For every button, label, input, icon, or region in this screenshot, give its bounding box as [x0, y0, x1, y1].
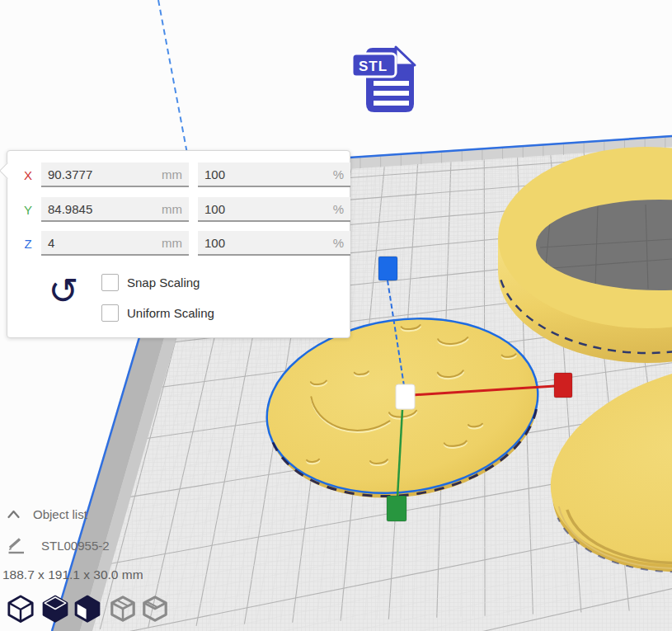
gizmo-x-handle[interactable]: [554, 373, 572, 398]
z-mm-value: 4: [48, 236, 54, 250]
y-percent-unit: %: [333, 202, 344, 216]
y-mm-unit: mm: [162, 202, 182, 216]
z-mm-unit: mm: [162, 236, 182, 250]
y-percent-input[interactable]: 100 %: [198, 197, 350, 222]
z-percent-input[interactable]: 100 %: [198, 231, 350, 256]
axis-y-label: Y: [21, 203, 35, 217]
scale-row-z: Z 4 mm 100 %: [7, 231, 350, 256]
y-mm-value: 84.9845: [48, 202, 92, 216]
reset-scale-button[interactable]: ↺: [45, 271, 82, 311]
uniform-scaling-checkbox[interactable]: [101, 304, 119, 322]
axis-z-label: Z: [21, 237, 35, 251]
object-item-name: STL00955-2: [41, 539, 110, 553]
cube-solid-icon[interactable]: [41, 594, 69, 624]
gizmo-center-handle[interactable]: [396, 384, 415, 409]
snap-scaling-checkbox[interactable]: [101, 274, 119, 291]
z-percent-unit: %: [333, 236, 344, 250]
stl-file-icon: STL: [348, 38, 427, 117]
pencil-icon: [7, 537, 26, 554]
cube-open-front-icon[interactable]: [73, 594, 101, 624]
x-mm-input[interactable]: 90.3777 mm: [41, 162, 189, 187]
scale-row-x: X 90.3777 mm 100 %: [7, 162, 350, 187]
object-list-title: Object list: [33, 507, 87, 521]
stl-badge-label: STL: [359, 59, 388, 74]
y-mm-input[interactable]: 84.9845 mm: [41, 197, 189, 222]
z-percent-value: 100: [204, 236, 225, 250]
reset-icon: ↺: [49, 270, 79, 312]
cube-lidded-icon[interactable]: [141, 594, 169, 624]
uniform-scaling-label: Uniform Scaling: [127, 306, 214, 320]
scale-row-y: Y 84.9845 mm 100 %: [7, 197, 350, 222]
viewport: STL X 90.3777 mm 100 % Y 84.9845 mm: [0, 0, 672, 631]
stl-doc-fold: [396, 47, 415, 65]
view-mode-toolbar: [7, 594, 173, 624]
snap-scaling-label: Snap Scaling: [127, 275, 200, 290]
object-list-item[interactable]: STL00955-2: [7, 537, 110, 554]
axis-x-label: X: [21, 168, 35, 182]
x-mm-value: 90.3777: [48, 167, 92, 181]
object-dimensions: 188.7 x 191.1 x 30.0 mm: [2, 567, 143, 582]
chevron-up-icon: [7, 509, 21, 520]
x-percent-unit: %: [333, 167, 344, 181]
scale-tool-panel: X 90.3777 mm 100 % Y 84.9845 mm 100 % Z: [7, 150, 350, 338]
z-mm-input[interactable]: 4 mm: [41, 231, 189, 256]
object-list-header[interactable]: Object list: [7, 507, 87, 521]
x-percent-input[interactable]: 100 %: [198, 162, 350, 187]
gizmo-y-handle[interactable]: [387, 496, 406, 521]
gizmo-z-handle[interactable]: [378, 257, 397, 280]
uniform-scaling-row: Uniform Scaling: [101, 304, 214, 322]
cube-open-top-icon[interactable]: [109, 594, 137, 624]
y-percent-value: 100: [204, 202, 225, 216]
snap-scaling-row: Snap Scaling: [101, 274, 200, 291]
x-mm-unit: mm: [162, 167, 182, 181]
x-percent-value: 100: [204, 167, 225, 181]
cube-wireframe-icon[interactable]: [7, 594, 35, 624]
